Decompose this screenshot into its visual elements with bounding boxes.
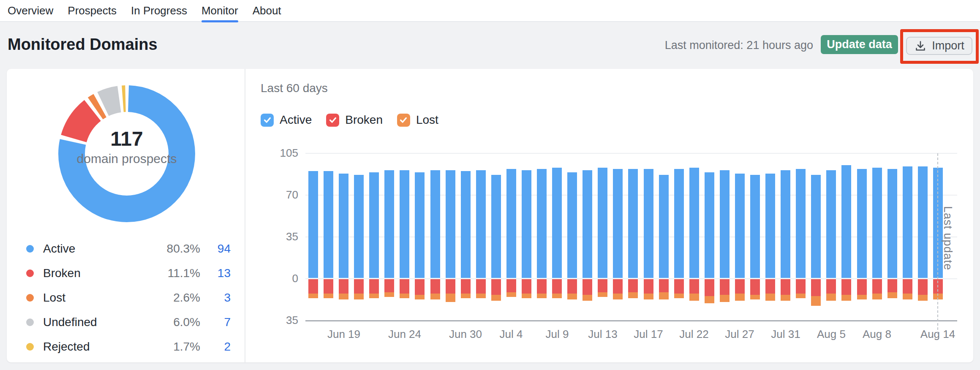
panel-divider bbox=[245, 69, 245, 362]
legend-row-undefined: Undefined6.0%7 bbox=[26, 310, 231, 335]
nav-tab-about[interactable]: About bbox=[253, 0, 281, 22]
legend-label: Rejected bbox=[43, 340, 145, 354]
checkbox-box[interactable] bbox=[261, 114, 274, 127]
legend-color-dot bbox=[26, 294, 34, 302]
nav-tab-label: In Progress bbox=[131, 4, 187, 17]
nav-tab-label: Prospects bbox=[68, 4, 117, 17]
nav-tab-prospects[interactable]: Prospects bbox=[68, 0, 117, 22]
checkbox-box[interactable] bbox=[397, 114, 410, 127]
donut-subtitle: domain prospects bbox=[76, 150, 177, 167]
donut-total: 117 bbox=[76, 128, 177, 150]
page-title: Monitored Domains bbox=[8, 35, 158, 54]
timeline-title: Last 60 days bbox=[261, 82, 328, 95]
active-tab-underline bbox=[201, 20, 238, 22]
legend-percent: 2.6% bbox=[145, 291, 200, 305]
legend-color-dot bbox=[26, 245, 34, 253]
update-data-button-label: Update data bbox=[827, 38, 892, 51]
nav-tab-label: Overview bbox=[8, 4, 53, 17]
legend-row-active: Active80.3%94 bbox=[26, 237, 231, 261]
top-nav: OverviewProspectsIn ProgressMonitorAbout bbox=[0, 0, 980, 22]
donut-center-text: 117 domain prospects bbox=[76, 128, 177, 167]
legend-label: Broken bbox=[43, 267, 145, 280]
legend-count-link[interactable]: 13 bbox=[200, 267, 231, 280]
download-icon bbox=[914, 40, 927, 52]
nav-tab-label: About bbox=[253, 4, 281, 17]
nav-tab-monitor[interactable]: Monitor bbox=[201, 0, 238, 22]
last-update-marker-line bbox=[937, 153, 938, 334]
checkbox-lost[interactable]: Lost bbox=[397, 113, 438, 127]
nav-tab-overview[interactable]: Overview bbox=[8, 0, 53, 22]
last-update-label: Last update bbox=[941, 206, 954, 270]
checkbox-label: Lost bbox=[416, 113, 438, 127]
series-checkbox-row: ActiveBrokenLost bbox=[261, 113, 438, 127]
legend-count-link[interactable]: 2 bbox=[200, 340, 231, 354]
legend-color-dot bbox=[26, 269, 34, 277]
legend-label: Lost bbox=[43, 291, 145, 305]
checkbox-active[interactable]: Active bbox=[261, 113, 312, 127]
legend-count-link[interactable]: 7 bbox=[200, 316, 231, 329]
nav-tab-label: Monitor bbox=[201, 4, 238, 17]
legend-percent: 1.7% bbox=[145, 340, 200, 354]
check-icon bbox=[263, 115, 272, 125]
import-button-label: Import bbox=[932, 39, 964, 52]
donut-legend: Active80.3%94Broken11.1%13Lost2.6%3Undef… bbox=[26, 237, 231, 359]
update-data-button[interactable]: Update data bbox=[821, 35, 898, 54]
check-icon bbox=[399, 115, 408, 125]
legend-percent: 80.3% bbox=[145, 242, 200, 256]
checkbox-box[interactable] bbox=[326, 114, 339, 127]
legend-label: Active bbox=[43, 242, 145, 256]
legend-percent: 6.0% bbox=[145, 316, 200, 329]
import-button[interactable]: Import bbox=[906, 37, 972, 55]
legend-label: Undefined bbox=[43, 316, 145, 329]
legend-percent: 11.1% bbox=[145, 267, 200, 280]
checkbox-label: Broken bbox=[345, 113, 383, 127]
legend-row-rejected: Rejected1.7%2 bbox=[26, 335, 231, 359]
legend-row-lost: Lost2.6%3 bbox=[26, 286, 231, 310]
legend-row-broken: Broken11.1%13 bbox=[26, 261, 231, 286]
legend-color-dot bbox=[26, 343, 34, 351]
legend-count-link[interactable]: 3 bbox=[200, 291, 231, 305]
last-monitored-status: Last monitored: 21 hours ago bbox=[665, 39, 813, 52]
checkbox-label: Active bbox=[280, 113, 312, 127]
legend-count-link[interactable]: 94 bbox=[200, 242, 231, 256]
legend-color-dot bbox=[26, 318, 34, 326]
check-icon bbox=[328, 115, 338, 125]
nav-tab-in-progress[interactable]: In Progress bbox=[131, 0, 187, 22]
checkbox-broken[interactable]: Broken bbox=[326, 113, 383, 127]
